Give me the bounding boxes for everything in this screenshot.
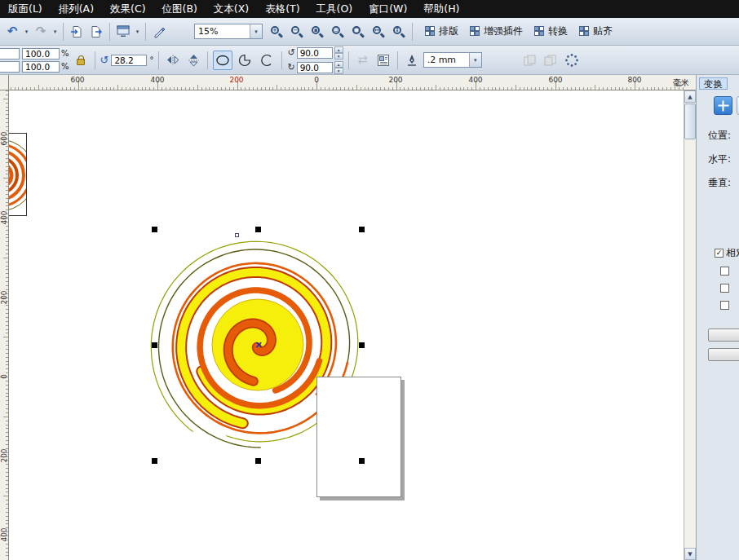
selection-handle[interactable]	[359, 458, 365, 464]
menu-item[interactable]: 位图(B)	[157, 0, 203, 18]
menu-item[interactable]: 排列(A)	[53, 0, 100, 18]
apply-button[interactable]	[708, 329, 739, 342]
ruler-tick	[6, 309, 8, 310]
import-button[interactable]	[68, 22, 86, 42]
position-x-field-stub[interactable]	[0, 48, 20, 60]
convert-button[interactable]: 转换	[529, 22, 573, 41]
selection-handle[interactable]	[255, 458, 261, 464]
selection-handle[interactable]	[152, 227, 157, 232]
outline-width-arrow[interactable]: ▾	[469, 53, 481, 67]
ruler-origin-corner[interactable]	[0, 75, 9, 90]
application-dropdown-button[interactable]: ▾	[134, 29, 141, 35]
ruler-tick	[6, 170, 8, 171]
rotation-angle-field[interactable]	[111, 55, 147, 66]
scrollbar-thumb[interactable]	[684, 104, 696, 139]
ruler-tick	[6, 269, 8, 270]
relative-checkbox[interactable]: ✓	[715, 249, 724, 258]
selection-handle[interactable]	[359, 342, 365, 348]
outline-width-icon-holder	[403, 51, 421, 70]
selection-handle[interactable]	[152, 342, 157, 348]
ruler-tick	[388, 87, 389, 90]
ruler-tick	[6, 333, 8, 333]
end-angle-field[interactable]	[297, 62, 333, 73]
ruler-tick	[6, 523, 8, 524]
selection-handle[interactable]	[255, 227, 261, 232]
menu-item[interactable]: 窗口(W)	[363, 0, 413, 18]
redo-button[interactable]: ↷	[32, 22, 50, 42]
ruler-tick	[6, 194, 8, 195]
apply-to-duplicate-button[interactable]	[708, 348, 739, 361]
selection-handle[interactable]	[152, 458, 157, 464]
layout-button[interactable]: 排版	[420, 22, 463, 41]
zoom-page-width-button[interactable]: ↔	[370, 22, 387, 42]
selection-handle[interactable]	[359, 227, 365, 232]
scroll-down-button[interactable]: ▼	[684, 548, 696, 560]
start-angle-field[interactable]	[297, 47, 333, 59]
mirror-horizontal-button[interactable]	[164, 51, 182, 70]
arc-button[interactable]	[257, 51, 277, 70]
ruler-tick	[6, 512, 8, 513]
export-button[interactable]	[87, 22, 105, 42]
application-launcher-button[interactable]	[114, 22, 132, 42]
menu-item[interactable]: 工具(O)	[311, 0, 359, 18]
undo-dropdown-button[interactable]: ▾	[23, 29, 30, 35]
vertical-ruler[interactable]: 6004002000200400	[0, 90, 9, 560]
option-checkbox-2[interactable]	[720, 284, 729, 293]
zoom-out-button[interactable]: −	[288, 22, 306, 42]
zoom-page-button[interactable]: □	[349, 22, 367, 42]
drawing-canvas[interactable]: ×	[9, 90, 684, 560]
ruler-tick	[6, 361, 8, 362]
menu-item[interactable]: 版面(L)	[2, 0, 48, 18]
scroll-up-button[interactable]: ▲	[684, 90, 696, 103]
ruler-tick	[126, 87, 126, 90]
menu-item[interactable]: 效果(C)	[104, 0, 151, 18]
ruler-tick	[98, 87, 99, 90]
zoom-combobox-arrow[interactable]: ▾	[250, 24, 262, 38]
ellipse-button[interactable]	[213, 51, 232, 70]
ruler-tick	[365, 87, 365, 90]
start-angle-spinner[interactable]: ▴▾	[334, 46, 343, 60]
position-y-field-stub[interactable]	[0, 61, 20, 73]
ruler-tick	[6, 408, 8, 409]
object-center-mark[interactable]: ×	[254, 341, 263, 349]
docker-tab-transform[interactable]: 变换	[699, 77, 728, 90]
ruler-tick	[153, 87, 154, 90]
swap-direction-button[interactable]: ⇄	[354, 51, 372, 70]
option-checkbox-1[interactable]	[720, 267, 729, 276]
zoom-all-objects-button[interactable]: ▫	[329, 22, 347, 42]
outline-width-combobox[interactable]: .2 mm ▾	[423, 52, 482, 68]
menu-item[interactable]: 文本(X)	[208, 0, 254, 18]
undo-button[interactable]: ↶	[3, 22, 21, 42]
transform-position-button[interactable]	[714, 96, 732, 115]
menu-item[interactable]: 表格(T)	[259, 0, 305, 18]
snap-button[interactable]: 贴齐	[574, 22, 617, 41]
zoom-page-height-button[interactable]: ↕	[390, 22, 408, 42]
curve-node-marker[interactable]	[235, 233, 239, 237]
scrollbar-track[interactable]	[684, 140, 696, 548]
scale-x-field[interactable]	[22, 48, 60, 60]
open-settings-button[interactable]	[562, 51, 582, 70]
zoom-in-button[interactable]: +	[268, 22, 285, 42]
ruler-tick	[6, 241, 8, 242]
option-checkbox-3[interactable]	[720, 301, 729, 310]
zoom-selected-button[interactable]: ▪	[308, 22, 326, 42]
redo-dropdown-button[interactable]: ▾	[51, 29, 59, 35]
horizontal-ruler[interactable]: 06004002000200400600800	[9, 75, 696, 90]
ruler-tick	[253, 87, 254, 90]
welcome-screen-button[interactable]	[150, 22, 168, 42]
mirror-vertical-button[interactable]	[184, 51, 202, 70]
ruler-tick	[15, 87, 15, 90]
menu-item[interactable]: 帮助(H)	[418, 0, 465, 18]
end-angle-spinner[interactable]: ▴▾	[334, 61, 343, 74]
zoom-level-combobox[interactable]: 15% ▾	[194, 24, 263, 39]
wrap-back-button[interactable]	[542, 51, 560, 70]
vertical-scrollbar[interactable]: ▲ ▼	[684, 90, 696, 560]
scale-y-field[interactable]	[22, 61, 60, 73]
ruler-tick	[265, 87, 266, 90]
end-angle-icon: ↻	[287, 63, 294, 72]
text-wrap-button[interactable]	[374, 51, 392, 70]
lock-ratio-button[interactable]	[72, 51, 90, 70]
pie-button[interactable]	[235, 51, 254, 70]
plugin-button[interactable]: 增强插件	[465, 22, 528, 41]
wrap-front-button[interactable]	[521, 51, 539, 70]
